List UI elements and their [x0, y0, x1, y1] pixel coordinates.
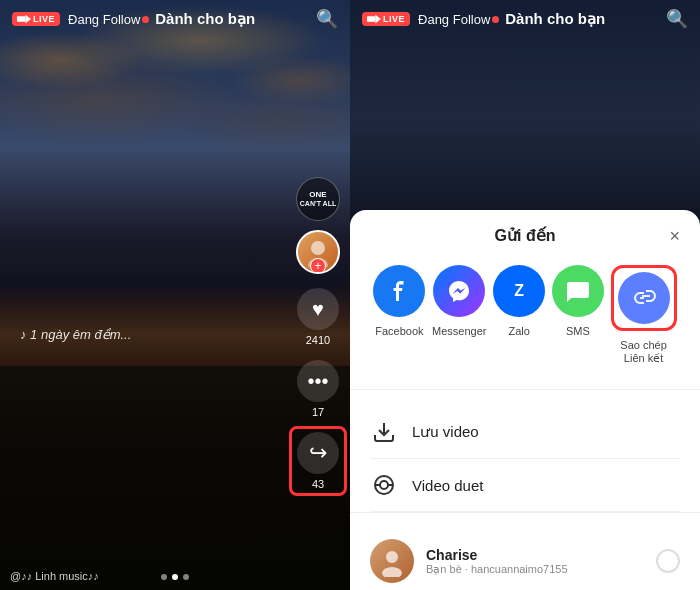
song-text: ♪ 1 ngày êm đềm...	[20, 327, 131, 342]
friend-select-charise[interactable]	[656, 549, 680, 573]
creator-avatar: +	[296, 230, 340, 274]
svg-point-0	[311, 241, 325, 255]
messenger-icon	[433, 265, 485, 317]
search-icon-left[interactable]: 🔍	[316, 8, 338, 30]
sms-icon	[552, 265, 604, 317]
right-action-icons: + ♥ 2410 ••• 17 ↪ 43	[296, 230, 340, 490]
dot-1	[161, 574, 167, 580]
search-icon-right[interactable]: 🔍	[666, 8, 688, 30]
friend-info-charise: Charise Bạn bè · hancuannaimo7155	[426, 547, 644, 576]
messenger-share[interactable]: Messenger	[432, 265, 486, 365]
nav-following-right[interactable]: Đang Follow	[418, 12, 490, 27]
share-overlay: Gửi đến × Facebook M	[350, 210, 700, 590]
copy-link-label: Sao chép Liên kết	[620, 339, 666, 365]
save-video-icon	[370, 418, 398, 446]
nav-for-you-left[interactable]: Dành cho bạn	[155, 10, 255, 28]
top-navigation: LIVE Đang Follow Dành cho bạn 🔍	[0, 0, 350, 38]
right-top-navigation: LIVE Đang Follow Dành cho bạn 🔍	[350, 0, 700, 38]
nav-for-you-right[interactable]: Dành cho bạn	[505, 10, 605, 28]
copy-link-share[interactable]: Sao chép Liên kết	[611, 265, 677, 365]
video-duet-label: Video duet	[412, 477, 483, 494]
comment-button[interactable]: ••• 17	[297, 360, 339, 418]
svg-point-7	[386, 551, 398, 563]
svg-point-4	[380, 481, 388, 489]
share-icons-row: Facebook Messenger Z Zalo	[370, 265, 680, 365]
friend-relation-charise: Bạn bè · hancuannaimo7155	[426, 563, 644, 576]
facebook-label: Facebook	[375, 325, 423, 338]
close-button[interactable]: ×	[669, 226, 680, 247]
sms-share[interactable]: SMS	[552, 265, 604, 365]
friend-item-charise[interactable]: Charise Bạn bè · hancuannaimo7155	[370, 529, 680, 590]
right-panel: LIVE Đang Follow Dành cho bạn 🔍 Gửi đến …	[350, 0, 700, 590]
video-duet-icon	[370, 471, 398, 499]
friend-avatar-charise	[370, 539, 414, 583]
share-highlight-box	[289, 426, 347, 496]
facebook-share[interactable]: Facebook	[373, 265, 425, 365]
messenger-label: Messenger	[432, 325, 486, 338]
live-badge-right: LIVE	[362, 12, 410, 26]
follow-plus-icon[interactable]: +	[310, 258, 326, 274]
creator-avatar-btn[interactable]: +	[296, 230, 340, 274]
svg-point-8	[382, 567, 402, 577]
dot-2	[172, 574, 178, 580]
friends-section: Charise Bạn bè · hancuannaimo7155	[370, 529, 680, 590]
heart-icon: ♥	[297, 288, 339, 330]
video-duet-item[interactable]: Video duet	[370, 459, 680, 512]
dot-3	[183, 574, 189, 580]
overlay-header: Gửi đến ×	[370, 226, 680, 245]
divider-2	[350, 512, 700, 513]
copy-link-icon	[618, 272, 670, 324]
share-button[interactable]: ↪ 43	[297, 432, 339, 490]
live-badge: LIVE	[12, 12, 60, 26]
page-dots	[161, 574, 189, 580]
zalo-label: Zalo	[508, 325, 529, 338]
divider-1	[350, 389, 700, 390]
music-info: @♪♪ Linh music♪♪	[10, 570, 99, 582]
comment-count: 17	[312, 406, 324, 418]
zalo-icon: Z	[493, 265, 545, 317]
nav-following-left[interactable]: Đang Follow	[68, 12, 140, 27]
nav-dot-left	[142, 16, 149, 23]
music-label: @♪♪ Linh music♪♪	[10, 570, 99, 582]
like-button[interactable]: ♥ 2410	[297, 288, 339, 346]
friend-name-charise: Charise	[426, 547, 644, 563]
save-video-item[interactable]: Lưu video	[370, 406, 680, 459]
one-label: ONE CAN'T ALL	[296, 177, 340, 221]
left-panel: LIVE Đang Follow Dành cho bạn 🔍 ONE CAN'…	[0, 0, 350, 590]
comment-icon: •••	[297, 360, 339, 402]
nav-dot-right	[492, 16, 499, 23]
facebook-icon	[373, 265, 425, 317]
zalo-share[interactable]: Z Zalo	[493, 265, 545, 365]
save-video-label: Lưu video	[412, 423, 479, 441]
like-count: 2410	[306, 334, 330, 346]
overlay-title: Gửi đến	[495, 226, 556, 245]
copy-link-highlight	[611, 265, 677, 331]
sms-label: SMS	[566, 325, 590, 338]
